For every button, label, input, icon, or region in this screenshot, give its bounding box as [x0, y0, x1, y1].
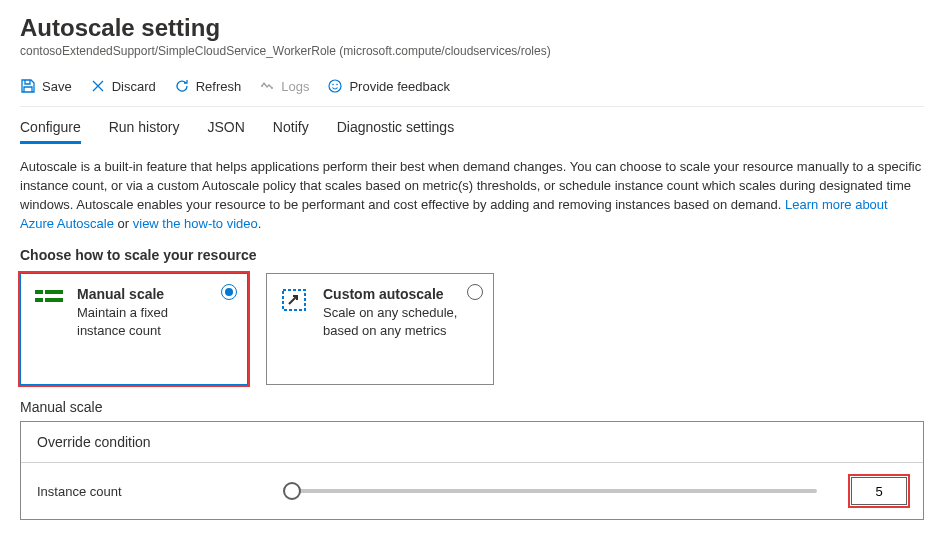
svg-point-3 — [333, 84, 335, 86]
feedback-label: Provide feedback — [349, 79, 449, 94]
intro-end: . — [258, 216, 262, 231]
save-icon — [20, 78, 36, 94]
instance-count-label: Instance count — [37, 484, 267, 499]
slider-thumb[interactable] — [283, 482, 301, 500]
manual-desc: Maintain a fixed instance count — [77, 304, 215, 339]
svg-rect-6 — [45, 290, 63, 294]
svg-rect-5 — [35, 290, 43, 294]
save-label: Save — [42, 79, 72, 94]
scale-cards: Manual scale Maintain a fixed instance c… — [20, 273, 924, 385]
logs-button[interactable]: Logs — [259, 76, 309, 96]
tabs: Configure Run history JSON Notify Diagno… — [20, 119, 924, 144]
feedback-button[interactable]: Provide feedback — [327, 76, 449, 96]
instance-count-slider[interactable] — [287, 489, 817, 493]
custom-title: Custom autoscale — [323, 286, 461, 302]
svg-point-0 — [261, 85, 263, 87]
tab-diagnostic[interactable]: Diagnostic settings — [337, 119, 455, 144]
custom-desc: Scale on any schedule, based on any metr… — [323, 304, 461, 339]
intro-sep: or — [118, 216, 133, 231]
radio-custom[interactable] — [467, 284, 483, 300]
manual-title: Manual scale — [77, 286, 215, 302]
close-icon — [90, 78, 106, 94]
intro-paragraph: Autoscale is a built-in feature that hel… — [20, 158, 924, 233]
logs-icon — [259, 78, 275, 94]
card-custom-autoscale[interactable]: Custom autoscale Scale on any schedule, … — [266, 273, 494, 385]
tab-run-history[interactable]: Run history — [109, 119, 180, 144]
condition-box: Override condition Instance count — [20, 421, 924, 520]
save-button[interactable]: Save — [20, 76, 72, 96]
refresh-button[interactable]: Refresh — [174, 76, 242, 96]
refresh-label: Refresh — [196, 79, 242, 94]
toolbar: Save Discard Refresh Logs Provide feedba… — [20, 72, 924, 107]
override-condition-header: Override condition — [21, 422, 923, 463]
svg-point-4 — [337, 84, 339, 86]
refresh-icon — [174, 78, 190, 94]
howto-video-link[interactable]: view the how-to video — [133, 216, 258, 231]
breadcrumb: contosoExtendedSupport/SimpleCloudServic… — [20, 44, 924, 58]
svg-point-2 — [329, 80, 341, 92]
logs-label: Logs — [281, 79, 309, 94]
slider-track — [287, 489, 817, 493]
card-manual-scale[interactable]: Manual scale Maintain a fixed instance c… — [20, 273, 248, 385]
choose-scale-label: Choose how to scale your resource — [20, 247, 924, 263]
tab-configure[interactable]: Configure — [20, 119, 81, 144]
discard-button[interactable]: Discard — [90, 76, 156, 96]
svg-rect-7 — [35, 298, 43, 302]
discard-label: Discard — [112, 79, 156, 94]
manual-scale-icon — [35, 286, 65, 372]
tab-notify[interactable]: Notify — [273, 119, 309, 144]
instance-count-row: Instance count — [21, 463, 923, 519]
custom-autoscale-icon — [281, 286, 311, 372]
instance-count-input[interactable] — [851, 477, 907, 505]
manual-scale-heading: Manual scale — [20, 399, 924, 415]
tab-json[interactable]: JSON — [208, 119, 245, 144]
svg-point-1 — [271, 87, 273, 89]
page-title: Autoscale setting — [20, 14, 924, 42]
smiley-icon — [327, 78, 343, 94]
svg-rect-8 — [45, 298, 63, 302]
radio-manual[interactable] — [221, 284, 237, 300]
